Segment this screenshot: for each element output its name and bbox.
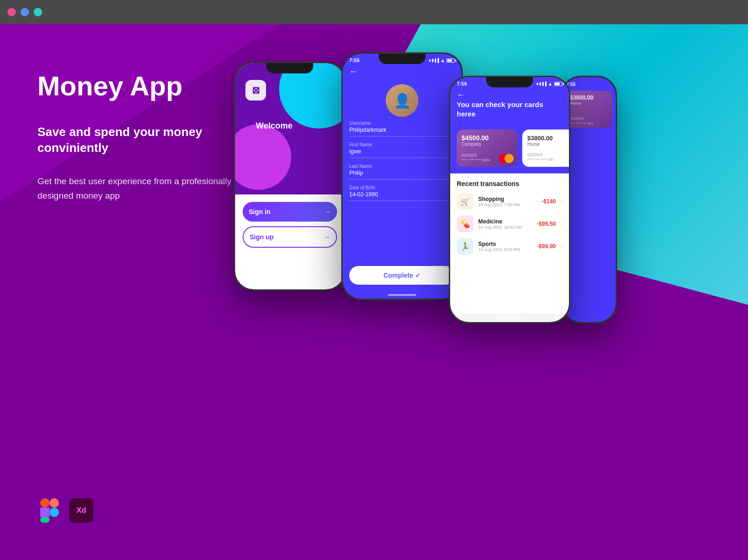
xd-label: Xd (77, 506, 86, 515)
profile-form: Username Philipdarkmark First Name Igwe … (343, 121, 461, 207)
mastercard-icon (499, 154, 514, 163)
back-arrow-2[interactable]: ← (349, 67, 358, 77)
signal-bar-3 (435, 58, 436, 63)
back-arrow-3[interactable]: ← (457, 90, 465, 100)
card-name-company: Company (461, 142, 513, 147)
svg-point-3 (50, 508, 59, 517)
shopping-icon: 🛒 (457, 193, 474, 210)
logo-box: ⊠ (245, 80, 266, 101)
signal-bar-3-2 (539, 82, 541, 86)
card-amount-home: $3800.00 (527, 135, 569, 142)
signal-bar-3-4 (545, 81, 547, 86)
status-icons-3: ▲ (537, 81, 562, 86)
welcome-bottom: Sign in → Sign up → (235, 194, 345, 264)
signal-bar-3-1 (537, 83, 538, 85)
signin-button[interactable]: Sign in → (243, 202, 337, 222)
chevron-shopping: › (561, 198, 562, 205)
avatar-placeholder: 👤 (386, 84, 418, 117)
phone-notch-2 (379, 54, 425, 64)
battery-fill-2 (447, 59, 452, 62)
partial-card-date: 02/2024 (570, 116, 583, 121)
cards-title: You can check your cards heree (457, 100, 562, 118)
complete-button[interactable]: Complete ✓ (349, 266, 455, 285)
form-field-username: Username Philipdarkmark (349, 121, 455, 136)
transaction-date-sports: 15 Aug 2022, 6:52 PM (478, 247, 532, 252)
svg-rect-0 (40, 498, 50, 508)
app-title: Money App (37, 71, 252, 101)
titlebar-dot-teal[interactable] (34, 8, 42, 16)
wifi-icon-2: ▲ (440, 58, 445, 63)
phone-cards: 7:56 ▲ ← You can che (449, 76, 570, 323)
form-field-firstname: First Name Igwe (349, 142, 455, 158)
cards-time: 7:56 (457, 81, 467, 86)
battery-icon-2 (446, 58, 455, 63)
transactions-title: Recent transactions (457, 180, 562, 187)
transaction-name-shopping: Shopping (478, 196, 537, 202)
transaction-medicine[interactable]: 💊 Medicine 16 Aug 2022, 10:43 AM -$95.50… (457, 215, 562, 232)
titlebar-dot-blue[interactable] (21, 8, 29, 16)
form-field-dob: Date of Birth 14-02-1990 (349, 185, 455, 201)
signal-bar-3-3 (542, 82, 544, 86)
battery-fill-3 (555, 83, 560, 85)
signin-label: Sign in (249, 208, 271, 215)
signal-bar-4 (438, 58, 439, 63)
signin-arrow: → (324, 208, 331, 215)
field-label-firstname: First Name (349, 142, 455, 147)
partial-card-amount: $3800.00 (570, 94, 608, 101)
transaction-shopping[interactable]: 🛒 Shopping 19 Aug 2022, 7:30 PM -$140 › (457, 193, 562, 210)
transaction-amount-medicine: -$95.50 (537, 221, 556, 227)
phone-welcome: ⊠ Welcome Sign in → Sign up → (234, 62, 346, 291)
welcome-bg: ⊠ Welcome (235, 63, 345, 194)
transaction-info-shopping: Shopping 19 Aug 2022, 7:30 PM (478, 196, 537, 207)
phone-bottom-bar-2 (388, 294, 416, 296)
left-content: Money App Save and spend your money conv… (37, 71, 252, 203)
chevron-medicine: › (561, 221, 562, 227)
signup-label: Sign up (250, 233, 273, 241)
transaction-amount-shopping: -$140 (541, 198, 556, 205)
card-name-home: Home (527, 142, 569, 147)
wifi-icon-3: ▲ (548, 81, 553, 86)
xd-icon: Xd (69, 498, 94, 523)
tool-icons: Xd (37, 498, 94, 523)
field-label-lastname: Last Name (349, 164, 455, 169)
transaction-sports[interactable]: 🏃 Sports 15 Aug 2022, 6:52 PM -$99.90 › (457, 238, 562, 255)
medicine-icon: 💊 (457, 215, 474, 232)
mc-circle-orange (504, 154, 514, 163)
cards-scroll: $4500.00 Company 03/2023 **** **** **** … (450, 125, 569, 173)
phone-profile: 7:56 ▲ ← (341, 52, 463, 300)
status-icons-2: ▲ (429, 58, 455, 63)
screen-cards: 7:56 ▲ ← You can che (450, 77, 569, 322)
transactions-section: Recent transactions 🛒 Shopping 19 Aug 20… (450, 173, 569, 314)
phone-bottom-bar-1 (276, 251, 304, 253)
screen-partial: 7:56 $3800.00 Home 02/2024 **** **** ***… (562, 77, 616, 322)
card-date-home: 02/2024 (527, 152, 543, 157)
welcome-logo: ⊠ Welcome (245, 80, 266, 101)
transaction-info-sports: Sports 15 Aug 2022, 6:52 PM (478, 241, 532, 252)
field-label-dob: Date of Birth (349, 185, 455, 190)
card-amount-company: $4500.00 (461, 134, 513, 142)
transaction-amount-sports: -$99.90 (537, 243, 556, 250)
partial-card-name: Home (570, 101, 608, 106)
titlebar-dot-red[interactable] (7, 8, 16, 16)
logo-letter: ⊠ (252, 85, 260, 96)
titlebar (0, 0, 748, 24)
signup-button[interactable]: Sign up → (243, 226, 337, 248)
transaction-date-medicine: 16 Aug 2022, 10:43 AM (478, 225, 532, 230)
signal-bar-2 (432, 59, 433, 62)
profile-avatar: 👤 (386, 84, 418, 117)
svg-rect-1 (50, 498, 59, 508)
battery-icon-3 (554, 82, 562, 86)
battery-tip-3 (563, 83, 564, 85)
canvas: Money App Save and spend your money conv… (0, 24, 748, 560)
profile-time: 7:56 (349, 57, 360, 63)
card-home[interactable]: $3800.00 Home 02/2024 **** **** **** 567 (522, 129, 569, 167)
svg-rect-2 (40, 508, 50, 517)
signup-arrow: → (324, 233, 330, 241)
transaction-info-medicine: Medicine 16 Aug 2022, 10:43 AM (478, 218, 532, 230)
card-company[interactable]: $4500.00 Company 03/2023 **** **** **** … (457, 129, 518, 167)
form-field-lastname: Last Name Philip (349, 164, 455, 179)
figma-icon (37, 498, 62, 523)
field-value-lastname: Philip (349, 170, 455, 176)
phone-notch-3 (486, 77, 533, 87)
profile-inner: 7:56 ▲ ← (343, 54, 461, 299)
